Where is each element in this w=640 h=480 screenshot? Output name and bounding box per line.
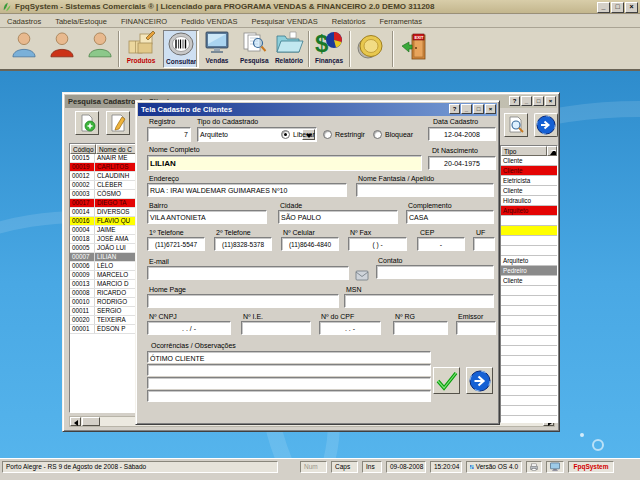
status-computer[interactable]	[546, 461, 564, 473]
msn-field[interactable]	[344, 294, 494, 308]
status-printer[interactable]	[526, 461, 542, 473]
fantasia-field[interactable]	[356, 183, 494, 197]
maximize-button[interactable]: □	[611, 2, 624, 13]
minimize-button[interactable]: _	[461, 104, 472, 114]
tipo-row[interactable]: Cliente	[501, 186, 557, 196]
menu-item[interactable]: Tabela/Estoque	[48, 17, 114, 26]
tipo-row[interactable]: Arquiteto	[501, 256, 557, 266]
nome-completo-field[interactable]: LILIAN	[147, 155, 422, 171]
endereco-field[interactable]: RUA : IRAI WALDEMAR GUIMARAES Nº10	[147, 183, 347, 197]
tipo-row[interactable]: Cliente	[501, 276, 557, 286]
cpf-field[interactable]: . . -	[319, 321, 381, 335]
fax-field[interactable]: ( ) -	[348, 237, 407, 251]
pesquisa-button[interactable]: Pesquisa	[240, 30, 269, 68]
tipo-row[interactable]	[501, 356, 557, 366]
tel2-field[interactable]: (11)8328-5378	[214, 237, 272, 251]
tipo-row[interactable]: Cliente	[501, 166, 557, 176]
observacao-line-2[interactable]	[147, 364, 431, 376]
advance-button[interactable]	[466, 367, 493, 394]
menu-item[interactable]: FINANCEIRO	[114, 17, 174, 26]
clients-button[interactable]	[10, 30, 38, 68]
bairro-field[interactable]: VILA ANTONIETA	[147, 210, 267, 224]
financas-button[interactable]: $ Finanças	[314, 30, 344, 68]
suppliers-button[interactable]	[48, 30, 76, 68]
tipo-row[interactable]	[501, 246, 557, 256]
close-button[interactable]: ×	[625, 2, 638, 13]
minimize-button[interactable]: _	[521, 96, 532, 106]
scrollbar-thumb[interactable]	[82, 417, 100, 426]
tipo-row[interactable]: Pedreiro	[501, 266, 557, 276]
help-button[interactable]: ?	[509, 96, 520, 106]
tipo-row[interactable]: Eletricista	[501, 176, 557, 186]
menu-item[interactable]: Ferramentas	[373, 17, 430, 26]
tipo-row[interactable]	[501, 286, 557, 296]
next-record-button[interactable]	[534, 113, 558, 137]
tipo-row[interactable]	[501, 346, 557, 356]
tipo-row[interactable]	[501, 296, 557, 306]
confirm-button[interactable]	[433, 367, 460, 394]
bloquear-radio[interactable]: Bloquear	[373, 130, 413, 139]
emissor-field[interactable]	[456, 321, 496, 335]
tel1-field[interactable]: (11)6721-5547	[147, 237, 205, 251]
menu-item[interactable]: Cadastros	[0, 17, 48, 26]
tipo-row[interactable]	[501, 236, 557, 246]
column-header-codigo[interactable]: Código	[70, 144, 96, 154]
data-cadastro-field[interactable]: 12-04-2008	[428, 127, 496, 141]
maximize-button[interactable]: □	[473, 104, 484, 114]
contato-field[interactable]	[376, 265, 494, 279]
uf-field[interactable]	[473, 237, 495, 251]
produtos-button[interactable]: Produtos	[126, 30, 156, 68]
close-button[interactable]: ×	[545, 96, 556, 106]
tipo-row[interactable]	[501, 336, 557, 346]
observacao-line-1[interactable]: ÓTIMO CLIENTE	[147, 351, 431, 363]
new-record-button[interactable]	[75, 111, 99, 135]
cep-field[interactable]: -	[417, 237, 465, 251]
tipo-row[interactable]: Hidraulico	[501, 196, 557, 206]
tipo-row[interactable]	[501, 416, 557, 423]
ie-field[interactable]	[241, 321, 311, 335]
search-record-button[interactable]	[504, 113, 528, 137]
tipo-row[interactable]	[501, 366, 557, 376]
dt-nascimento-field[interactable]: 20-04-1975	[428, 156, 496, 170]
menu-item[interactable]: Relatórios	[325, 17, 373, 26]
coin-button[interactable]	[355, 33, 385, 71]
tipo-row[interactable]	[501, 406, 557, 416]
scroll-up-button[interactable]	[547, 146, 557, 156]
minimize-button[interactable]: _	[597, 2, 610, 13]
send-email-button[interactable]	[355, 267, 370, 285]
rg-field[interactable]	[393, 321, 448, 335]
help-button[interactable]: ?	[449, 104, 460, 114]
email-field[interactable]	[147, 266, 349, 280]
restringir-radio[interactable]: Restringir	[323, 130, 365, 139]
complemento-field[interactable]: CASA	[406, 210, 494, 224]
tipo-row[interactable]	[501, 376, 557, 386]
tipo-row[interactable]: Cliente	[501, 156, 557, 166]
tipo-row[interactable]: Arquiteto	[501, 206, 557, 216]
close-button[interactable]: ×	[485, 104, 496, 114]
cnpj-field[interactable]: . . / -	[147, 321, 231, 335]
maximize-button[interactable]: □	[533, 96, 544, 106]
edit-record-button[interactable]	[106, 111, 130, 135]
celular-field[interactable]: (11)8646-4840	[281, 237, 339, 251]
homepage-field[interactable]	[147, 294, 339, 308]
tipo-row[interactable]	[501, 386, 557, 396]
vendas-button[interactable]: Vendas	[203, 30, 231, 68]
scroll-left-button[interactable]	[70, 417, 81, 426]
liberar-radio[interactable]: Liberar	[281, 130, 315, 139]
menu-item[interactable]: Pesquisar VENDAS	[244, 17, 324, 26]
tipo-row[interactable]	[501, 396, 557, 406]
tipo-row[interactable]	[501, 326, 557, 336]
sellers-button[interactable]	[86, 30, 114, 68]
observacao-line-4[interactable]	[147, 390, 431, 402]
menu-item[interactable]: Pedido VENDAS	[174, 17, 244, 26]
tipo-row[interactable]	[501, 316, 557, 326]
tipo-row[interactable]	[501, 216, 557, 226]
cidade-field[interactable]: SÃO PAULO	[278, 210, 398, 224]
tipo-row[interactable]	[501, 226, 557, 236]
tipo-row[interactable]	[501, 306, 557, 316]
registro-field[interactable]: 7	[147, 127, 191, 142]
relatorio-button[interactable]: Relatório	[274, 30, 304, 68]
observacao-line-3[interactable]	[147, 377, 431, 389]
consultar-button[interactable]: Consultar	[163, 30, 199, 68]
column-header-tipo[interactable]: Tipo	[501, 146, 547, 156]
